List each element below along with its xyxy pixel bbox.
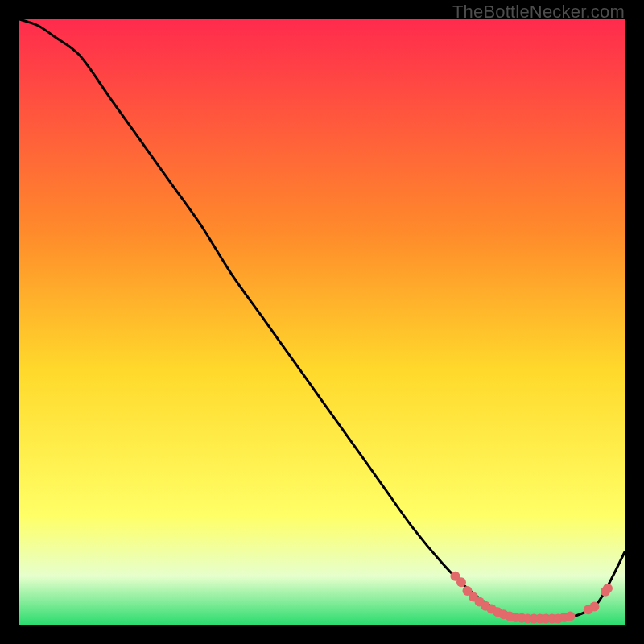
data-point	[565, 611, 575, 621]
gradient-background	[19, 19, 625, 625]
plot-area	[19, 19, 625, 625]
data-point	[456, 577, 466, 587]
watermark-text: TheBottleNecker.com	[452, 2, 625, 23]
data-point	[589, 601, 599, 611]
chart-frame: TheBottleNecker.com	[0, 0, 644, 644]
data-point	[603, 584, 613, 593]
chart-svg	[19, 19, 625, 625]
